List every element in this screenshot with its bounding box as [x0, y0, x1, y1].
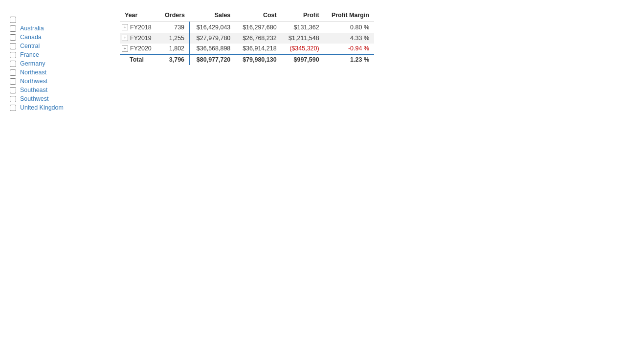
total-sales: $80,977,720: [190, 54, 235, 65]
cost-cell: $36,914,218: [235, 44, 281, 54]
year-cell: + FY2018: [120, 22, 158, 33]
year-cell: + FY2020: [120, 44, 158, 54]
total-cost: $79,980,130: [235, 54, 281, 65]
cost-cell: $26,768,232: [235, 33, 281, 44]
filter-item-label: Southeast: [20, 87, 47, 93]
sales-cell: $36,568,898: [190, 44, 235, 54]
filter-item-label: France: [20, 51, 39, 58]
col-header-cost: Cost: [235, 10, 281, 22]
filter-checkbox-germany[interactable]: [10, 61, 16, 67]
cost-cell: $16,297,680: [235, 22, 281, 33]
region-filter-panel: Australia Canada Central France Germany …: [10, 10, 105, 112]
filter-checkbox-northeast[interactable]: [10, 69, 16, 76]
filter-checkbox-southwest[interactable]: [10, 96, 16, 102]
filter-item-label: Northwest: [20, 78, 47, 85]
table-row: + FY2020 1,802$36,568,898$36,914,218($34…: [120, 44, 374, 54]
filter-item-label: Northeast: [20, 69, 46, 76]
sales-cell: $27,979,780: [190, 33, 235, 44]
filter-item-label: Southwest: [20, 95, 48, 102]
total-label: Total: [120, 54, 158, 65]
total-row: Total3,796$80,977,720$79,980,130$997,590…: [120, 54, 374, 65]
col-header-year: Year: [120, 10, 158, 22]
filter-item-select-all[interactable]: [10, 16, 105, 24]
profit-cell: $1,211,548: [282, 33, 324, 44]
profit-margin-cell: 0.80 %: [324, 22, 374, 33]
table-row: + FY2019 1,255$27,979,780$26,768,232$1,2…: [120, 33, 374, 44]
filter-item-australia[interactable]: Australia: [10, 24, 105, 33]
filter-checkbox-southeast[interactable]: [10, 87, 16, 93]
total-margin: 1.23 %: [324, 54, 374, 65]
col-header-profit: Profit: [282, 10, 324, 22]
filter-item-canada[interactable]: Canada: [10, 33, 105, 42]
year-label: FY2018: [130, 24, 152, 31]
col-header-sales: Sales: [190, 10, 235, 22]
orders-cell: 1,802: [158, 44, 190, 54]
expand-button[interactable]: +: [122, 45, 128, 52]
orders-cell: 1,255: [158, 33, 190, 44]
col-header-orders: Orders: [158, 10, 190, 22]
filter-item-northwest[interactable]: Northwest: [10, 77, 105, 86]
filter-item-label: Central: [20, 43, 40, 49]
filter-item-label: Canada: [20, 34, 42, 41]
filter-item-france[interactable]: France: [10, 50, 105, 59]
orders-cell: 739: [158, 22, 190, 33]
filter-item-central[interactable]: Central: [10, 42, 105, 50]
filter-item-label: Australia: [20, 25, 44, 32]
filter-checkbox-france[interactable]: [10, 52, 16, 58]
profit-cell: $131,362: [282, 22, 324, 33]
year-label: FY2020: [130, 45, 152, 52]
filter-item-united-kingdom[interactable]: United Kingdom: [10, 103, 105, 112]
expand-button[interactable]: +: [122, 24, 128, 30]
filter-checkbox-australia[interactable]: [10, 25, 16, 32]
filter-item-germany[interactable]: Germany: [10, 59, 105, 68]
profit-margin-cell: 4.33 %: [324, 33, 374, 44]
filter-checkbox-northwest[interactable]: [10, 78, 16, 85]
profit-cell: ($345,320): [282, 44, 324, 54]
total-profit: $997,590: [282, 54, 324, 65]
col-header-profit-margin: Profit Margin: [324, 10, 374, 22]
year-cell: + FY2019: [120, 33, 158, 44]
filter-checkbox-central[interactable]: [10, 43, 16, 49]
sales-cell: $16,429,043: [190, 22, 235, 33]
filter-checkbox-united-kingdom[interactable]: [10, 105, 16, 111]
filter-checkbox-canada[interactable]: [10, 34, 16, 41]
filter-item-northeast[interactable]: Northeast: [10, 68, 105, 77]
filter-item-label: United Kingdom: [20, 104, 64, 111]
filter-item-southeast[interactable]: Southeast: [10, 86, 105, 94]
profit-margin-cell: -0.94 %: [324, 44, 374, 54]
table-row: + FY2018 739$16,429,043$16,297,680$131,3…: [120, 22, 374, 33]
select-all-checkbox[interactable]: [10, 17, 16, 23]
filter-item-southwest[interactable]: Southwest: [10, 94, 105, 103]
filter-item-label: Germany: [20, 60, 45, 67]
data-table-area: YearOrdersSalesCostProfitProfit Margin +…: [120, 10, 634, 112]
total-orders: 3,796: [158, 54, 190, 65]
year-label: FY2019: [130, 35, 152, 42]
data-table: YearOrdersSalesCostProfitProfit Margin +…: [120, 10, 374, 65]
expand-button[interactable]: +: [122, 35, 128, 41]
